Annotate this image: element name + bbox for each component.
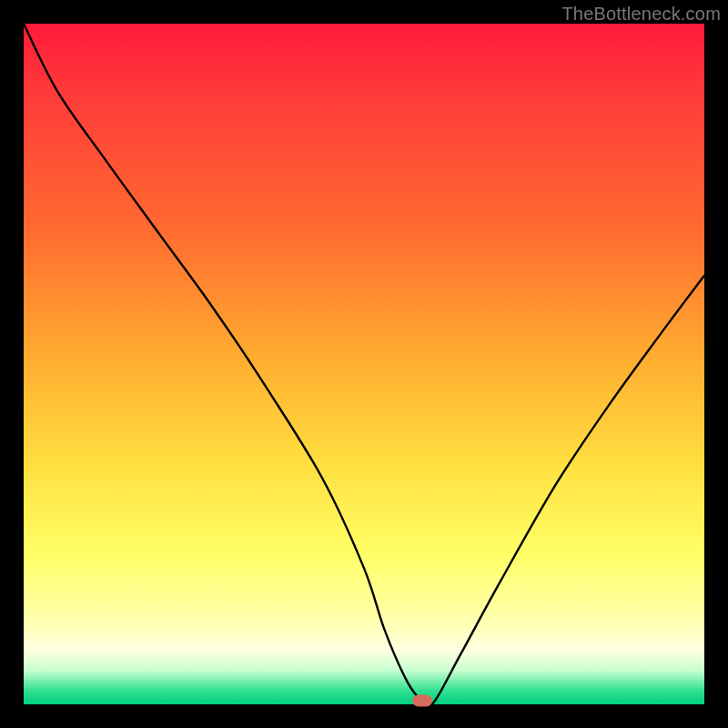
plot-area bbox=[24, 24, 704, 704]
watermark-text: TheBottleneck.com bbox=[561, 4, 721, 25]
curve-svg bbox=[24, 24, 704, 704]
chart-frame: TheBottleneck.com bbox=[0, 0, 728, 728]
min-marker bbox=[412, 694, 432, 706]
curve-path bbox=[24, 24, 704, 704]
